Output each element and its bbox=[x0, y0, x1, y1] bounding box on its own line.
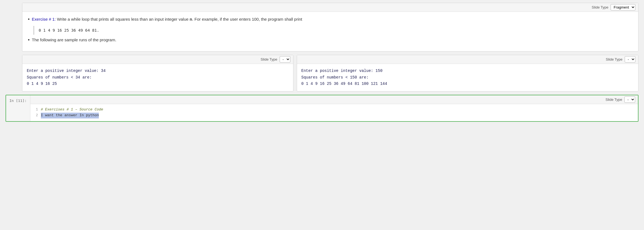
sample-left-slide-type-select[interactable]: - bbox=[280, 56, 290, 63]
code-cell-content: Slide Type - 1 # Exercises # 1 – Source … bbox=[30, 95, 638, 121]
sample-line: Enter a positive integer value: 34 bbox=[27, 68, 289, 74]
bullet-icon-2: • bbox=[28, 37, 30, 43]
sample-left-header: Slide Type - bbox=[22, 55, 293, 64]
sample-right-header: Slide Type - bbox=[297, 55, 638, 64]
code-prompt: In [11]: bbox=[6, 95, 30, 121]
fragment-cell: Slide Type Fragment • Exercise # 1: Writ… bbox=[22, 3, 638, 52]
code-slide-type-select[interactable]: - bbox=[624, 96, 635, 103]
sample-line: Squares of numbers < 150 are: bbox=[301, 74, 634, 81]
bullet-icon: • bbox=[28, 16, 30, 23]
sample-left-body: Enter a positive integer value: 34 Squar… bbox=[22, 64, 293, 91]
code-highlight: I want the answer In python bbox=[41, 113, 99, 118]
code-line-1: 1 # Exercises # 1 – Source Code bbox=[34, 107, 635, 113]
fragment-slide-type-select[interactable]: Fragment bbox=[611, 4, 635, 10]
code-quote: 0 1 4 9 16 25 36 49 64 81. bbox=[33, 26, 633, 35]
sample-right-slide-type-select[interactable]: - bbox=[625, 56, 635, 63]
sample-line: 0 1 4 9 16 25 bbox=[27, 81, 289, 87]
sample-runs-text: The following are sample runs of the pro… bbox=[32, 37, 116, 43]
slide-type-label-3: Slide Type bbox=[606, 57, 622, 61]
slide-type-label: Slide Type bbox=[592, 5, 608, 9]
bullet-list: • Exercise # 1: Write a while loop that … bbox=[28, 16, 633, 23]
slide-type-label-4: Slide Type bbox=[606, 98, 622, 102]
notebook-container: Slide Type Fragment • Exercise # 1: Writ… bbox=[6, 3, 638, 122]
exercise-text: Exercise # 1: Write a while loop that pr… bbox=[32, 16, 302, 23]
line-number: 1 bbox=[34, 107, 38, 113]
exercise-link[interactable]: Exercise # 1: bbox=[32, 17, 56, 21]
fragment-body: • Exercise # 1: Write a while loop that … bbox=[22, 12, 638, 51]
line-number-2: 2 bbox=[34, 113, 38, 118]
slide-type-label-2: Slide Type bbox=[261, 57, 277, 61]
code-comment: # Exercises # 1 – Source Code bbox=[41, 107, 103, 113]
list-item: • Exercise # 1: Write a while loop that … bbox=[28, 16, 633, 23]
sample-runs-row: Slide Type - Enter a positive integer va… bbox=[22, 55, 638, 91]
list-item-2: • The following are sample runs of the p… bbox=[28, 37, 633, 43]
sample-line: 0 1 4 9 16 25 36 49 64 81 100 121 144 bbox=[301, 81, 634, 87]
fragment-cell-header: Slide Type Fragment bbox=[22, 3, 638, 12]
code-cell-header: Slide Type - bbox=[30, 95, 638, 104]
sample-line: Squares of numbers < 34 are: bbox=[27, 74, 289, 81]
bullet-list-2: • The following are sample runs of the p… bbox=[28, 37, 633, 43]
code-line-2: 2 I want the answer In python bbox=[34, 113, 635, 118]
sample-cell-left: Slide Type - Enter a positive integer va… bbox=[22, 55, 293, 91]
sample-line: Enter a positive integer value: 150 bbox=[301, 68, 634, 74]
sample-right-body: Enter a positive integer value: 150 Squa… bbox=[297, 64, 638, 91]
code-cell: In [11]: Slide Type - 1 # Exercises # 1 … bbox=[6, 95, 638, 122]
code-area: 1 # Exercises # 1 – Source Code 2 I want… bbox=[30, 104, 638, 121]
sample-cell-right: Slide Type - Enter a positive integer va… bbox=[297, 55, 638, 91]
